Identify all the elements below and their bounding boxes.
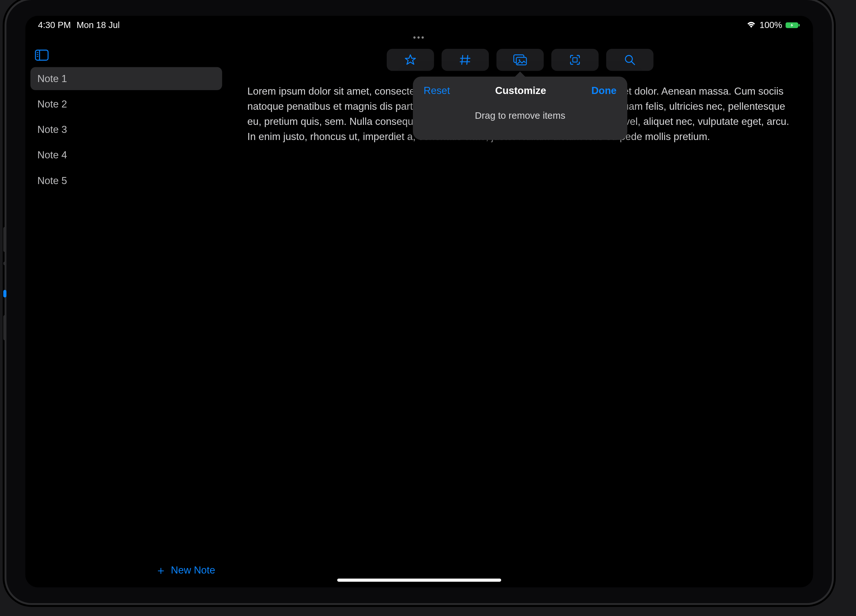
note-title: Note 2 [37,98,67,109]
toolbar-gallery-button[interactable] [497,49,544,71]
popover-title: Customize [495,84,546,96]
svg-point-9 [519,60,520,61]
battery-charging-icon [785,22,800,29]
scan-icon [569,54,581,66]
home-indicator[interactable] [337,579,501,582]
note-item-2[interactable]: Note 2 [30,93,222,115]
popover-hint: Drag to remove items [413,101,627,140]
note-item-5[interactable]: Note 5 [30,169,222,192]
star-icon [404,54,417,66]
svg-point-11 [625,55,633,63]
battery-pct: 100% [759,20,782,30]
svg-rect-1 [799,24,800,26]
toolbar-scan-button[interactable] [551,49,599,71]
toolbar-search-button[interactable] [606,49,653,71]
main-area: Lorem ipsum dolor sit amet, consectetuer… [227,43,813,587]
note-item-1[interactable]: Note 1 [30,67,222,90]
more-menu-icon[interactable]: ••• [25,33,813,43]
images-icon [513,54,528,66]
note-item-3[interactable]: Note 3 [30,118,222,141]
hw-side-button-2 [3,262,6,266]
popover-done-button[interactable]: Done [591,84,616,96]
note-title: Note 4 [37,149,67,161]
hash-icon [459,54,471,66]
status-time: 4:30 PM [38,20,71,30]
note-list: Note 1 Note 2 Note 3 Note 4 Note 5 [30,67,222,559]
note-title: Note 3 [37,124,67,135]
sidebar: Note 1 Note 2 Note 3 Note 4 Note 5 ＋ New… [25,43,227,587]
wifi-icon [746,22,756,29]
plus-icon: ＋ [155,564,166,576]
svg-rect-2 [35,50,48,60]
new-note-button[interactable]: ＋ New Note [30,559,222,584]
toolbar-favorite-button[interactable] [387,49,434,71]
note-title: Note 1 [37,73,67,84]
new-note-label: New Note [171,564,216,576]
hw-side-button-1 [3,227,6,252]
customize-popover: Reset Customize Done Drag to remove item… [413,77,627,140]
status-bar: 4:30 PM Mon 18 Jul 100% [25,16,813,35]
sidebar-toggle-icon[interactable] [35,49,218,61]
ipad-frame: 4:30 PM Mon 18 Jul 100% ••• [6,0,832,603]
popover-reset-button[interactable]: Reset [423,84,450,96]
toolbar-tag-button[interactable] [442,49,489,71]
note-title: Note 5 [37,175,67,186]
screen: 4:30 PM Mon 18 Jul 100% ••• [25,16,813,587]
note-item-4[interactable]: Note 4 [30,144,222,166]
svg-line-12 [632,62,635,65]
status-date: Mon 18 Jul [77,20,120,30]
svg-rect-10 [573,58,577,62]
search-icon [624,54,636,66]
hw-side-button-4 [3,315,6,340]
hw-side-button-3 [3,290,6,297]
